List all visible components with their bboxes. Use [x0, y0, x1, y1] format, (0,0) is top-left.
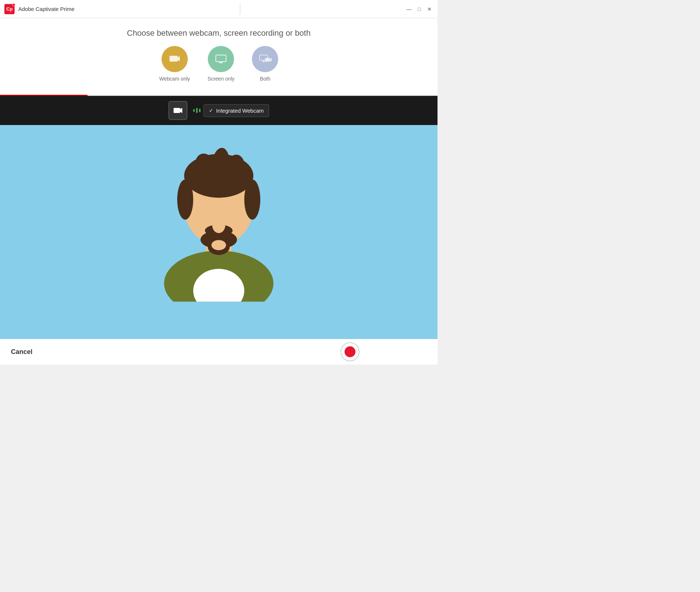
webcam-only-label: Webcam only — [159, 76, 190, 82]
svg-rect-2 — [216, 55, 226, 62]
svg-point-19 — [244, 179, 260, 219]
cancel-button[interactable]: Cancel — [11, 348, 32, 356]
svg-point-24 — [212, 217, 225, 233]
camera-control-area: ✓ Integrated Webcam — [168, 101, 269, 120]
checkmark-icon: ✓ — [209, 108, 213, 113]
webcam-only-option[interactable]: Webcam only — [159, 46, 190, 82]
header-section: Choose between webcam, screen recording … — [0, 18, 438, 95]
notification-dot — [12, 3, 15, 6]
svg-marker-1 — [178, 56, 180, 61]
record-button-inner — [345, 346, 355, 357]
svg-marker-9 — [270, 58, 272, 62]
recording-options: Webcam only Screen only — [7, 46, 430, 82]
camera-icon — [173, 105, 183, 116]
webcam-only-icon — [168, 52, 181, 66]
app-logo: Cp — [4, 4, 15, 14]
svg-rect-0 — [170, 56, 178, 62]
screen-only-icon-circle — [208, 46, 234, 72]
maximize-button[interactable]: □ — [416, 7, 423, 12]
both-icon-circle — [252, 46, 278, 72]
mic-bar-1 — [193, 109, 195, 112]
main-content: Choose between webcam, screen recording … — [0, 18, 438, 339]
minimize-button[interactable]: — — [405, 7, 413, 12]
page-title: Choose between webcam, screen recording … — [7, 28, 430, 38]
both-label: Both — [260, 76, 271, 82]
webcam-dropdown[interactable]: ✓ Integrated Webcam — [203, 104, 269, 117]
svg-point-18 — [177, 179, 193, 219]
title-bar: Cp Adobe Captivate Prime — □ ✕ — [0, 0, 438, 18]
avatar-illustration — [149, 126, 288, 301]
microphone-level — [193, 108, 201, 113]
mic-bar-3 — [199, 109, 201, 112]
both-option[interactable]: Both — [252, 46, 278, 82]
camera-toggle-button[interactable] — [168, 101, 187, 120]
mic-bar-2 — [196, 108, 198, 113]
title-bar-left: Cp Adobe Captivate Prime — [4, 4, 74, 14]
both-icon — [258, 52, 272, 66]
app-title: Adobe Captivate Prime — [18, 6, 74, 12]
footer: Cancel — [0, 339, 438, 365]
close-button[interactable]: ✕ — [426, 7, 433, 12]
webcam-device-name: Integrated Webcam — [216, 108, 264, 114]
window-controls: — □ ✕ — [405, 7, 433, 12]
screen-only-label: Screen only — [207, 76, 234, 82]
webcam-only-icon-circle — [162, 46, 188, 72]
avatar-svg — [149, 126, 288, 301]
camera-controls-bar: ✓ Integrated Webcam — [0, 96, 438, 125]
screen-only-option[interactable]: Screen only — [207, 46, 234, 82]
svg-point-23 — [211, 240, 226, 250]
screen-only-icon — [214, 52, 228, 66]
svg-rect-8 — [265, 58, 270, 62]
webcam-preview: ✓ Integrated Webcam — [0, 96, 438, 339]
svg-rect-25 — [174, 108, 180, 113]
title-bar-divider — [240, 4, 240, 15]
record-button[interactable] — [341, 342, 359, 361]
svg-marker-26 — [180, 108, 182, 113]
logo-text: Cp — [6, 6, 12, 12]
